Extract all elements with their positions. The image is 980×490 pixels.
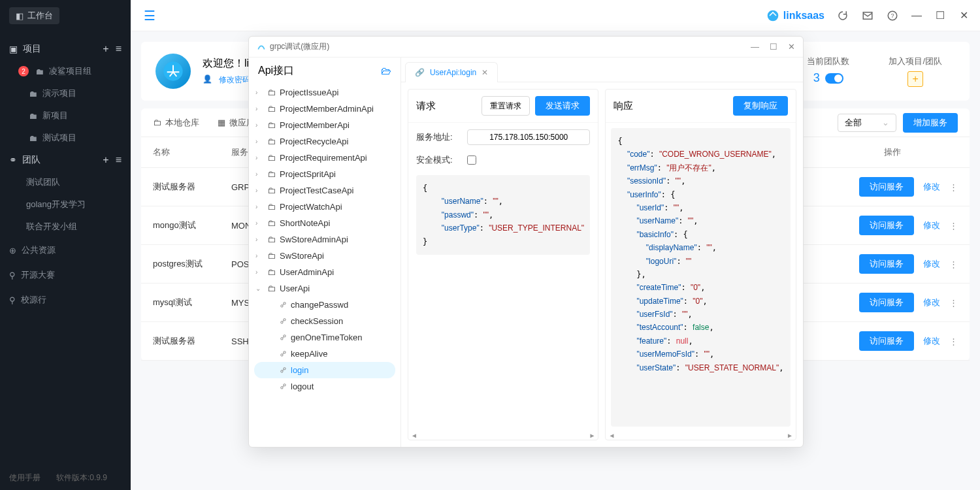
api-tree-item-expanded[interactable]: ⌄🗀UserApi	[249, 280, 400, 297]
api-tree-item[interactable]: ›🗀ProjectIssueApi	[249, 84, 400, 101]
folder-icon: 🗀	[267, 169, 276, 179]
more-icon[interactable]: ⋮	[949, 221, 958, 231]
more-icon[interactable]: ⋮	[949, 182, 958, 192]
tab-local-repo[interactable]: 🗀本地仓库	[153, 117, 199, 129]
request-json[interactable]: { "userName": "", "passwd": "", "userTyp…	[416, 175, 591, 255]
api-method-item[interactable]: ⚯genOneTimeToken	[249, 329, 400, 346]
filter-select[interactable]: 全部⌄	[838, 114, 896, 132]
access-button[interactable]: 访问服务	[859, 331, 914, 351]
workbench-button[interactable]: ◧ 工作台	[9, 7, 59, 24]
sidebar-public-resources[interactable]: ⊕公共资源	[0, 238, 131, 263]
api-method-item[interactable]: ⚯logout	[249, 378, 400, 395]
window-maximize[interactable]: ☐	[934, 10, 946, 22]
sidebar-team-item[interactable]: 测试团队	[0, 171, 131, 193]
folder-icon: 🖿	[29, 133, 37, 143]
method-tab[interactable]: 🔗 UserApi:login ✕	[405, 62, 498, 82]
folder-icon: 🗀	[267, 120, 276, 130]
reset-button[interactable]: 重置请求	[482, 96, 530, 116]
copy-button[interactable]: 复制响应	[733, 96, 788, 116]
access-button[interactable]: 访问服务	[859, 216, 914, 235]
api-tree[interactable]: ›🗀ProjectIssueApi›🗀ProjectMemberAdminApi…	[249, 84, 400, 447]
api-tree-item[interactable]: ›🗀ProjectTestCaseApi	[249, 182, 400, 199]
window-close[interactable]: ✕	[958, 10, 970, 22]
response-json[interactable]: { "code": "CODE_WRONG_USERNAME", "errMsg…	[611, 128, 791, 427]
api-tree-item[interactable]: ›🗀ProjectRequirementApi	[249, 150, 400, 166]
add-team-icon[interactable]: +	[103, 154, 108, 166]
help-icon[interactable]: ?	[886, 9, 899, 22]
menu-toggle-icon[interactable]: ☰	[141, 5, 158, 26]
open-folder-icon[interactable]: 🗁	[381, 65, 391, 77]
api-tree-item[interactable]: ›🗀ProjectWatchApi	[249, 199, 400, 215]
more-icon[interactable]: ⋮	[949, 298, 958, 308]
api-tree-item[interactable]: ›🗀UserAdminApi	[249, 264, 400, 280]
sidebar-dev-contest[interactable]: ⚲开源大赛	[0, 263, 131, 287]
folder-icon: 🗀	[267, 88, 276, 97]
link-icon: ⚯	[278, 381, 289, 392]
more-icon[interactable]: ⋮	[949, 336, 958, 346]
response-panel: 响应 复制响应 { "code": "CODE_WRONG_USERNAME",…	[605, 89, 796, 440]
access-button[interactable]: 访问服务	[859, 254, 914, 274]
chevron-down-icon: ⌄	[882, 118, 889, 127]
list-icon[interactable]: ≡	[116, 154, 122, 166]
service-addr-input[interactable]	[467, 129, 591, 145]
access-button[interactable]: 访问服务	[859, 293, 914, 312]
more-icon[interactable]: ⋮	[949, 259, 958, 269]
modify-link[interactable]: 修改	[923, 181, 940, 193]
grpc-close[interactable]: ✕	[788, 42, 795, 52]
send-button[interactable]: 发送请求	[535, 96, 590, 116]
list-icon[interactable]: ≡	[116, 43, 122, 55]
sidebar-team-item[interactable]: golang开发学习	[0, 193, 131, 216]
manual-link[interactable]: 使用手册	[9, 472, 41, 483]
sidebar-team-item[interactable]: 联合开发小组	[0, 216, 131, 238]
api-method-item[interactable]: ⚯checkSession	[249, 313, 400, 329]
window-minimize[interactable]: —	[911, 10, 923, 22]
folder-icon: 🗀	[267, 202, 276, 212]
api-tree-item[interactable]: ›🗀SwStoreApi	[249, 248, 400, 264]
sidebar-project-item[interactable]: 🖿演示项目	[0, 82, 131, 105]
add-project-icon[interactable]: +	[103, 43, 108, 55]
modify-link[interactable]: 修改	[923, 258, 940, 270]
grpc-maximize[interactable]: ☐	[770, 42, 777, 52]
sidebar-project-item[interactable]: 🖿新项目	[0, 105, 131, 127]
api-tree-item[interactable]: ›🗀ShortNoteApi	[249, 215, 400, 231]
team-toggle[interactable]	[825, 73, 843, 84]
grpc-window: grpc调试(微应用) — ☐ ✕ Api接口 🗁 ›🗀ProjectIssue…	[248, 36, 804, 448]
api-tree-item[interactable]: ›🗀ProjectMemberAdminApi	[249, 101, 400, 117]
grpc-titlebar[interactable]: grpc调试(微应用) — ☐ ✕	[249, 37, 803, 57]
api-tree-item[interactable]: ›🗀ProjectMemberApi	[249, 117, 400, 133]
api-tree-item[interactable]: ›🗀ProjectSpritApi	[249, 166, 400, 182]
grpc-minimize[interactable]: —	[751, 42, 759, 52]
api-method-item[interactable]: ⚯login	[254, 362, 395, 378]
add-service-button[interactable]: 增加服务	[903, 113, 958, 133]
projects-label: 项目	[23, 43, 41, 55]
refresh-icon[interactable]	[836, 9, 849, 22]
sidebar-school[interactable]: ⚲校源行	[0, 287, 131, 312]
folder-icon: 🖿	[29, 111, 37, 121]
join-button[interactable]: +	[907, 71, 923, 87]
access-button[interactable]: 访问服务	[859, 177, 914, 197]
modify-link[interactable]: 修改	[923, 220, 940, 231]
mail-icon[interactable]	[861, 9, 874, 22]
folder-icon: 🗀	[267, 186, 276, 195]
row-name: postgres测试	[153, 258, 231, 270]
modify-link[interactable]: 修改	[923, 297, 940, 308]
api-method-item[interactable]: ⚯changePasswd	[249, 297, 400, 313]
row-name: 测试服务器	[153, 335, 231, 347]
folder-icon: 🗀	[267, 153, 276, 163]
sidebar-project-group[interactable]: 2 🖿 凌鲨项目组	[0, 60, 131, 82]
link-icon: ⚯	[278, 332, 289, 343]
close-tab-icon[interactable]: ✕	[482, 68, 488, 77]
grid-icon: ▦	[218, 118, 225, 127]
api-method-item[interactable]: ⚯keepAlive	[249, 346, 400, 362]
modify-link[interactable]: 修改	[923, 335, 940, 347]
row-name: mongo测试	[153, 220, 231, 231]
sidebar-project-item[interactable]: 🖿测试项目	[0, 127, 131, 149]
api-tree-item[interactable]: ›🗀ProjectRecycleApi	[249, 133, 400, 150]
api-title: Api接口	[258, 64, 294, 78]
api-tree-item[interactable]: ›🗀SwStoreAdminApi	[249, 231, 400, 248]
change-password-link[interactable]: 修改密码	[219, 74, 250, 86]
brand-label: linksaas	[783, 10, 825, 22]
secure-checkbox[interactable]	[467, 155, 476, 165]
link-icon: ⚲	[9, 295, 16, 305]
link-icon: ⚯	[278, 316, 289, 327]
